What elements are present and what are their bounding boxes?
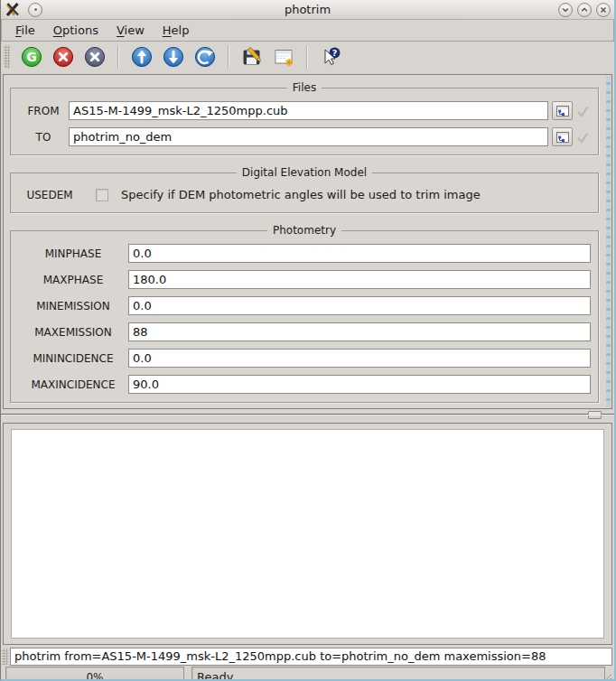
toolbar-separator [306,45,308,69]
history-up-button[interactable] [130,45,154,69]
from-label: FROM [18,105,69,117]
vertical-scrollbar[interactable] [606,76,611,407]
from-valid-check [574,103,591,119]
titlebar[interactable]: photrim [1,0,614,20]
minphase-label: MINPHASE [18,247,128,260]
menu-view[interactable]: View [114,22,147,39]
minemission-input[interactable] [128,296,591,315]
new-window-button[interactable]: ✱ [272,45,295,69]
sticky-button[interactable] [28,3,42,17]
maxemission-row: MAXEMISSION [18,322,591,341]
menubar: File Options View Help [1,20,614,42]
resize-grip-icon[interactable] [601,674,612,681]
log-frame [3,423,612,645]
svg-text:✱: ✱ [285,57,293,68]
stop-icon [52,46,74,68]
file-browser-icon [555,130,570,145]
check-icon [575,130,590,145]
splitter-handle-icon[interactable] [588,411,602,419]
chevron-up-icon [579,5,590,15]
stop-button[interactable] [51,45,75,69]
status-text: Ready [197,670,233,681]
minincidence-label: MININCIDENCE [18,352,128,365]
refresh-icon [194,46,216,68]
to-valid-check [574,129,591,145]
window-title: photrim [1,3,614,16]
run-icon: G [21,46,42,68]
chevron-down-icon [560,5,571,15]
progress-bar: 0% [5,667,184,681]
menu-options[interactable]: Options [51,22,101,39]
history-down-button[interactable] [162,45,185,69]
close-x-icon [84,46,106,68]
maxphase-input[interactable] [128,270,591,289]
photometry-group-title: Photometry [267,224,341,237]
maxemission-input[interactable] [128,322,591,341]
toolbar-grip[interactable] [4,45,10,69]
dem-group-title: Digital Elevation Model [237,166,372,179]
app-x-logo-icon [5,2,21,17]
arrow-down-icon [163,46,184,68]
to-label: TO [18,131,69,144]
status-message: Ready [191,667,605,681]
close-gui-button[interactable] [83,45,107,69]
whats-this-button[interactable]: ? [319,45,342,69]
photrim-window: photrim File Options View Help G [0,0,616,681]
toolbar: G [1,42,614,72]
status-bar: 0% Ready [1,667,614,681]
toolbar-separator [228,45,229,69]
new-window-icon: ✱ [273,46,294,68]
menu-help[interactable]: Help [160,22,192,39]
unshade-button[interactable] [577,3,592,17]
maxphase-label: MAXPHASE [18,274,128,286]
minphase-input[interactable] [128,244,591,263]
from-input[interactable] [69,101,548,120]
photometry-group: Photometry MINPHASE MAXPHASE MINEMISSION… [10,230,599,403]
dem-group: Digital Elevation Model USEDEM Specify i… [10,173,599,213]
log-output[interactable] [11,429,604,639]
command-line-row [1,645,614,667]
usedem-row: USEDEM Specify if DEM photometric angles… [11,173,598,212]
reset-button[interactable] [193,45,217,69]
whats-this-icon: ? [320,46,341,68]
command-line-grip[interactable] [2,648,8,665]
minemission-label: MINEMISSION [18,300,128,313]
maxemission-label: MAXEMISSION [18,326,128,339]
maxincidence-input[interactable] [128,375,591,394]
to-input[interactable] [69,127,548,146]
check-icon [575,104,590,118]
save-icon [241,46,263,68]
files-group-title: Files [287,81,322,94]
file-browser-icon [555,104,570,118]
from-row: FROM [18,101,591,120]
arrow-up-icon [131,46,153,68]
svg-text:G: G [26,50,37,64]
usedem-label: USEDEM [18,189,81,201]
minemission-row: MINEMISSION [18,296,591,315]
progress-value: 0% [86,671,103,681]
to-browse-button[interactable] [552,127,573,146]
minincidence-row: MININCIDENCE [18,349,591,368]
files-group: Files FROM [10,88,599,155]
parameter-area: Files FROM [3,74,612,409]
run-button[interactable]: G [20,45,43,69]
maxincidence-label: MAXINCIDENCE [18,378,128,391]
sticky-dot-icon [34,8,37,11]
usedem-description: Specify if DEM photometric angles will b… [121,188,481,201]
from-browse-button[interactable] [552,101,573,120]
to-row: TO [18,127,591,146]
shade-button[interactable] [558,3,573,17]
maxphase-row: MAXPHASE [18,270,591,289]
command-line-input[interactable] [10,648,612,666]
minphase-row: MINPHASE [18,244,591,263]
close-window-button[interactable] [596,3,611,17]
toolbar-separator [117,45,119,69]
splitter[interactable] [1,409,614,423]
usedem-checkbox[interactable] [96,189,108,201]
menu-file[interactable]: File [13,22,38,39]
close-icon [598,5,609,15]
maxincidence-row: MAXINCIDENCE [18,375,591,394]
minincidence-input[interactable] [128,349,591,368]
save-config-button[interactable] [240,45,264,69]
